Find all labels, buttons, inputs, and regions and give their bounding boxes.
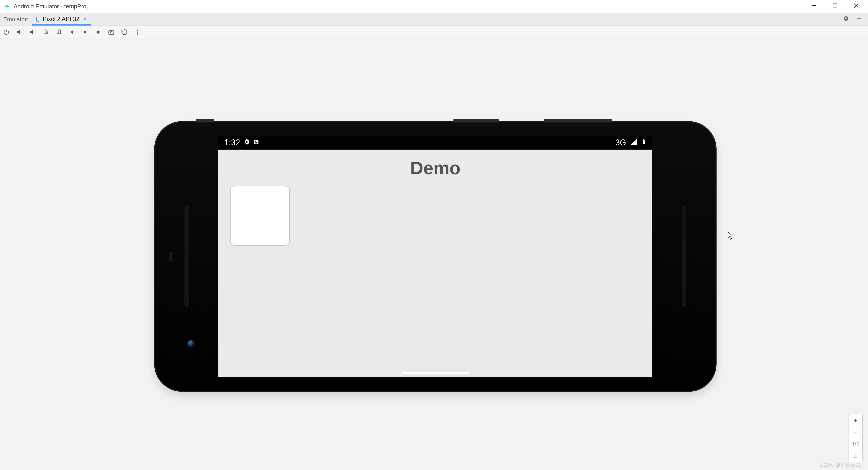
zoom-in-button[interactable]: + xyxy=(849,414,862,427)
nav-back-button[interactable] xyxy=(68,28,76,36)
zoom-out-button[interactable]: − xyxy=(849,427,862,438)
device-frame: 1:32 3G ! xyxy=(155,122,716,391)
emulator-toolbar xyxy=(0,26,868,39)
gesture-nav-handle[interactable] xyxy=(401,372,469,374)
tab-label: Pixel 2 API 32 xyxy=(43,15,79,23)
statusbar-clock: 1:32 xyxy=(224,138,240,147)
settings-small-icon xyxy=(243,138,250,147)
android-statusbar: 1:32 3G ! xyxy=(218,135,652,150)
volume-up-button[interactable] xyxy=(16,28,24,36)
screenshot-button[interactable] xyxy=(107,28,115,36)
volume-down-button[interactable] xyxy=(29,28,37,36)
svg-rect-5 xyxy=(44,30,46,34)
device-side-button xyxy=(196,119,214,123)
settings-gear-icon[interactable] xyxy=(842,15,849,23)
svg-text:!: ! xyxy=(635,139,636,143)
svg-rect-8 xyxy=(97,31,100,34)
zoom-ratio-button[interactable]: 1:1 xyxy=(849,438,862,450)
svg-rect-9 xyxy=(109,31,114,34)
speaker-grill-icon xyxy=(682,206,686,307)
zoom-control: + − 1:1 xyxy=(848,414,863,462)
window-titlebar: Android Emulator - tempProj xyxy=(0,0,868,13)
window-maximize-button[interactable] xyxy=(831,2,839,11)
svg-rect-0 xyxy=(812,5,816,5)
front-camera-icon xyxy=(187,339,195,348)
window-minimize-button[interactable] xyxy=(809,2,818,11)
svg-point-7 xyxy=(84,31,87,34)
svg-point-12 xyxy=(137,32,138,33)
svg-rect-16 xyxy=(643,140,645,144)
statusbar-network-label: 3G xyxy=(615,138,626,147)
emulator-tabstrip: Emulator: Pixel 2 API 32 ✕ xyxy=(0,13,868,26)
svg-rect-4 xyxy=(857,18,862,19)
svg-rect-6 xyxy=(58,30,61,34)
device-side-button xyxy=(454,119,499,123)
tab-close-icon[interactable]: ✕ xyxy=(83,16,87,22)
svg-point-11 xyxy=(137,30,138,31)
android-logo-icon xyxy=(3,3,10,10)
emulator-label: Emulator: xyxy=(2,16,32,26)
zoom-fit-button[interactable] xyxy=(849,450,862,462)
svg-point-13 xyxy=(137,33,138,35)
svg-rect-1 xyxy=(833,3,837,7)
battery-icon xyxy=(641,138,647,148)
more-options-button[interactable] xyxy=(133,28,142,36)
app-content[interactable]: Demo xyxy=(218,150,652,377)
hide-panel-icon[interactable] xyxy=(856,15,863,23)
device-screen[interactable]: 1:32 3G ! xyxy=(218,135,652,377)
window-close-button[interactable] xyxy=(852,2,861,11)
device-side-button xyxy=(544,119,612,123)
window-title: Android Emulator - tempProj xyxy=(13,3,88,10)
svg-point-10 xyxy=(110,32,112,33)
watermark-text: CSDN @十月oo00 xyxy=(819,462,861,469)
rotate-right-button[interactable] xyxy=(55,28,63,36)
mouse-cursor-icon xyxy=(727,231,734,241)
svg-rect-18 xyxy=(854,455,857,458)
app-heading: Demo xyxy=(218,158,652,179)
svg-rect-17 xyxy=(643,139,644,140)
speaker-grill-icon xyxy=(184,206,189,307)
demo-card[interactable] xyxy=(230,186,290,246)
nav-home-button[interactable] xyxy=(81,28,89,36)
rotate-left-button[interactable] xyxy=(41,28,50,36)
signal-icon: ! xyxy=(630,138,638,148)
proximity-sensor-icon xyxy=(168,252,173,261)
emulator-canvas: 1:32 3G ! xyxy=(0,38,868,470)
notification-icon xyxy=(253,138,259,147)
screen-record-button[interactable] xyxy=(120,28,128,36)
power-button[interactable] xyxy=(2,28,10,36)
nav-overview-button[interactable] xyxy=(94,28,102,36)
tab-device[interactable]: Pixel 2 API 32 ✕ xyxy=(32,13,91,26)
phone-icon xyxy=(35,17,40,22)
